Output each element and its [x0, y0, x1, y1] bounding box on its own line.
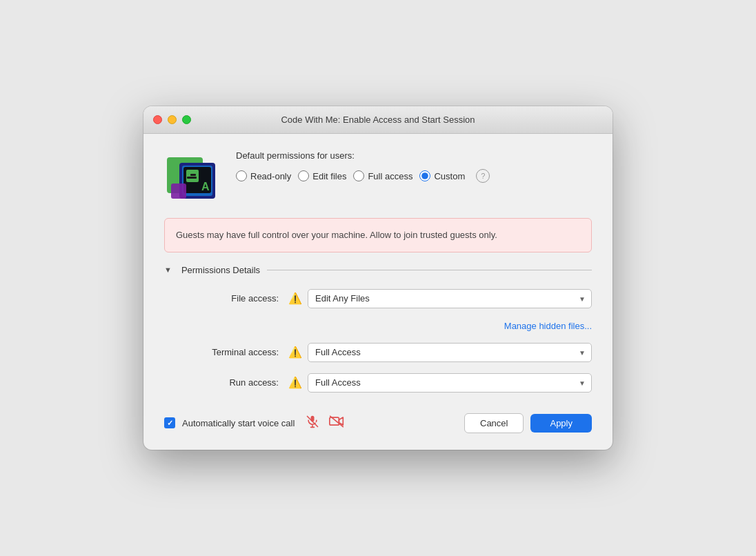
apply-button[interactable]: Apply [530, 414, 592, 433]
run-access-row: Run access: ⚠️ No Access View Only Full … [178, 373, 592, 393]
checkmark-icon: ✓ [167, 419, 173, 427]
voice-call-label: Automatically start voice call [182, 418, 295, 428]
warning-text: Guests may have full control over your m… [176, 230, 497, 240]
buttons-row: Cancel Apply [464, 413, 592, 433]
title-bar: Code With Me: Enable Access and Start Se… [143, 106, 613, 134]
maximize-button[interactable] [182, 115, 191, 124]
file-access-label: File access: [178, 293, 288, 304]
cancel-button[interactable]: Cancel [464, 413, 524, 433]
warning-box: Guests may have full control over your m… [164, 218, 592, 252]
run-access-warning-icon: ⚠️ [288, 376, 302, 389]
terminal-access-select[interactable]: No Access View Only Full Access [308, 343, 592, 362]
manage-hidden-files-link[interactable]: Manage hidden files... [504, 321, 592, 331]
camera-muted-icon [329, 415, 344, 431]
file-access-warning-icon: ⚠️ [288, 292, 302, 305]
run-access-label: Run access: [178, 377, 288, 388]
window-title: Code With Me: Enable Access and Start Se… [281, 115, 475, 125]
bottom-section: ✓ Automatically start voice call [164, 404, 592, 433]
voice-call-checkbox[interactable]: ✓ [164, 417, 175, 428]
permissions-area: Default permissions for users: Read-only… [236, 150, 592, 183]
file-access-select[interactable]: No Access View Files Edit Any Files [308, 289, 592, 308]
traffic-lights [153, 115, 191, 124]
svg-rect-6 [187, 177, 197, 179]
file-access-select-wrapper: No Access View Files Edit Any Files ▼ [308, 289, 592, 308]
app-logo: A [164, 150, 219, 206]
permissions-details: File access: ⚠️ No Access View Files Edi… [164, 289, 592, 393]
close-button[interactable] [153, 115, 162, 124]
svg-rect-8 [171, 183, 186, 199]
voice-call-row: ✓ Automatically start voice call [164, 415, 344, 431]
radio-label-full-access: Full access [368, 171, 412, 181]
radio-custom[interactable]: Custom [419, 170, 465, 181]
terminal-access-row: Terminal access: ⚠️ No Access View Only … [178, 343, 592, 362]
file-access-row: File access: ⚠️ No Access View Files Edi… [178, 289, 592, 308]
svg-text:A: A [201, 181, 210, 192]
radio-input-custom[interactable] [419, 170, 430, 181]
minimize-button[interactable] [168, 115, 177, 124]
radio-input-edit-files[interactable] [298, 170, 309, 181]
top-section: A Default permissions for users: Read-on… [164, 150, 592, 206]
radio-label-custom: Custom [434, 171, 465, 181]
section-title: Permissions Details [181, 265, 260, 275]
mic-muted-icon [306, 415, 319, 431]
run-access-select[interactable]: No Access View Only Full Access [308, 373, 592, 393]
radio-input-read-only[interactable] [236, 170, 247, 181]
terminal-access-warning-icon: ⚠️ [288, 346, 302, 359]
radio-label-read-only: Read-only [250, 171, 291, 181]
radio-label-edit-files: Edit files [312, 171, 346, 181]
radio-group: Read-only Edit files Full access Custom [236, 169, 592, 183]
run-access-select-wrapper: No Access View Only Full Access ▼ [308, 373, 592, 393]
permissions-label: Default permissions for users: [236, 150, 592, 161]
dialog: Code With Me: Enable Access and Start Se… [143, 106, 613, 450]
terminal-access-select-wrapper: No Access View Only Full Access ▼ [308, 343, 592, 362]
help-icon[interactable]: ? [476, 169, 490, 183]
manage-link-row: Manage hidden files... [178, 319, 592, 332]
radio-full-access[interactable]: Full access [353, 170, 412, 181]
chevron-down-icon[interactable]: ▼ [164, 266, 172, 274]
terminal-access-label: Terminal access: [178, 347, 288, 357]
dialog-content: A Default permissions for users: Read-on… [143, 134, 613, 450]
divider-line [267, 270, 592, 270]
svg-rect-11 [330, 417, 339, 425]
radio-edit-files[interactable]: Edit files [298, 170, 346, 181]
svg-rect-5 [190, 174, 196, 176]
radio-input-full-access[interactable] [353, 170, 364, 181]
radio-read-only[interactable]: Read-only [236, 170, 291, 181]
section-divider: ▼ Permissions Details [164, 265, 592, 275]
